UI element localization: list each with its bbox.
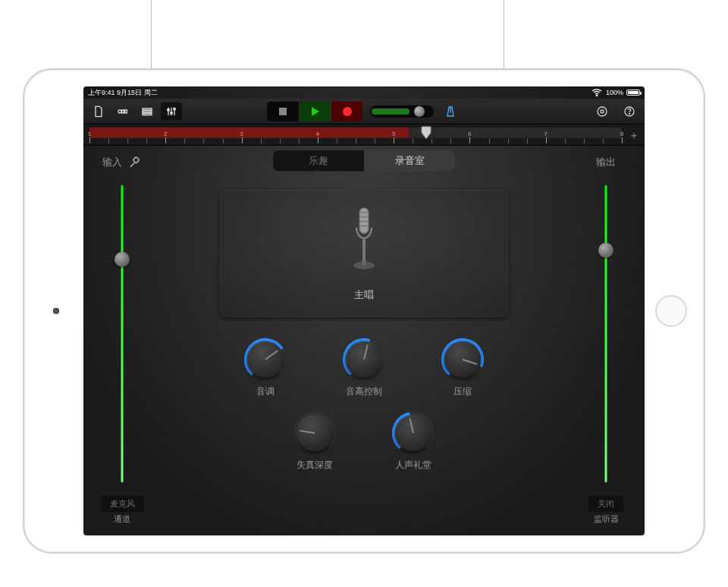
transport-controls	[267, 102, 461, 121]
main-panel: 输入 麦克风 通道 输出	[83, 146, 645, 535]
ruler-tick	[89, 137, 90, 143]
ruler-minor-tick	[261, 139, 262, 143]
master-volume-thumb[interactable]	[414, 106, 425, 117]
ruler-bar-number: 7	[544, 130, 547, 137]
status-bar: 上午9:41 9月15日 周二 100%	[83, 86, 645, 99]
input-level-track	[121, 185, 124, 482]
input-plug-icon[interactable]	[128, 155, 142, 169]
ruler-tick	[622, 137, 623, 143]
svg-rect-15	[359, 208, 369, 234]
ruler-tick	[546, 137, 547, 143]
help-button[interactable]	[619, 102, 640, 121]
output-level-thumb[interactable]	[598, 243, 613, 258]
knob-compress[interactable]: 压缩	[413, 338, 512, 398]
output-level-track	[605, 185, 607, 482]
ruler-minor-tick	[146, 139, 147, 143]
ruler-minor-tick	[356, 139, 356, 143]
monitor-label: 监听器	[594, 513, 619, 525]
input-level-thumb[interactable]	[115, 252, 130, 267]
stop-button[interactable]	[267, 102, 299, 121]
svg-point-11	[598, 107, 607, 116]
ruler-minor-tick	[280, 139, 281, 143]
mode-tab-0[interactable]: 乐趣	[273, 150, 364, 171]
svg-point-13	[629, 113, 629, 114]
output-level-slider[interactable]	[601, 185, 611, 482]
ruler-minor-tick	[299, 139, 300, 143]
play-button[interactable]	[299, 102, 331, 121]
app-screen: 上午9:41 9月15日 周二 100%	[83, 86, 645, 535]
status-time: 上午9:41 9月15日 周二	[88, 88, 158, 98]
ruler-ticks: 12345678	[89, 137, 622, 143]
ipad-camera	[53, 308, 59, 314]
channel-label: 通道	[114, 513, 130, 525]
view-toggle-button[interactable]	[112, 102, 133, 121]
ruler-minor-tick	[413, 139, 413, 143]
svg-rect-14	[133, 157, 139, 163]
ruler-minor-tick	[108, 139, 109, 143]
fx-button[interactable]	[161, 102, 182, 121]
knob-pitch[interactable]: 音高控制	[315, 338, 413, 398]
input-column: 输入 麦克风 通道	[88, 155, 156, 525]
browser-button[interactable]	[136, 102, 158, 121]
svg-point-8	[171, 111, 173, 114]
master-volume-slider[interactable]	[370, 105, 434, 118]
toolbar	[83, 99, 645, 124]
master-volume-fill	[372, 108, 410, 115]
preset-card[interactable]: 主唱	[220, 190, 508, 317]
monitor-off-chip[interactable]: 关闭	[588, 496, 623, 512]
knob-vocal-hall[interactable]: 人声礼堂	[364, 412, 463, 472]
timeline-ruler[interactable]: 12345678 ＋	[83, 124, 645, 146]
add-track-button[interactable]: ＋	[628, 129, 640, 141]
input-label: 输入	[102, 155, 122, 169]
ipad-frame: 上午9:41 9月15日 周二 100%	[23, 68, 705, 554]
ruler-bar-number: 6	[468, 130, 471, 137]
svg-rect-5	[143, 111, 152, 112]
ruler-minor-tick	[184, 139, 185, 143]
svg-rect-6	[143, 113, 152, 115]
knob-tone[interactable]: 音调	[216, 338, 315, 398]
ruler-minor-tick	[527, 139, 528, 143]
knob-drive[interactable]: 失真深度	[265, 412, 364, 472]
ruler-bar-number: 5	[392, 130, 395, 137]
ruler-minor-tick	[375, 139, 375, 143]
knob-label: 音调	[256, 385, 275, 398]
ruler-minor-tick	[337, 139, 337, 143]
ipad-home-button[interactable]	[655, 295, 687, 327]
preset-name: 主唱	[354, 288, 374, 302]
playhead[interactable]	[421, 126, 431, 140]
ruler-bar-number: 1	[88, 130, 91, 137]
knob-grid: 音调音高控制压缩失真深度人声礼堂	[216, 338, 512, 472]
ruler-bar-number: 8	[620, 130, 623, 137]
knob-label: 人声礼堂	[395, 459, 431, 472]
ruler-minor-tick	[603, 139, 604, 143]
mic-chip[interactable]: 麦克风	[101, 496, 144, 512]
svg-rect-4	[143, 108, 152, 110]
settings-button[interactable]	[592, 102, 613, 121]
ruler-minor-tick	[508, 139, 509, 143]
mode-tab-1[interactable]: 录音室	[364, 150, 455, 171]
ruler-bar-number: 4	[316, 130, 319, 137]
svg-point-0	[596, 95, 597, 96]
svg-point-7	[168, 108, 170, 111]
center-panel: 乐趣录音室	[167, 150, 561, 528]
ruler-tick	[318, 137, 318, 143]
metronome-button[interactable]	[440, 102, 461, 121]
battery-pct: 100%	[606, 89, 623, 96]
my-songs-button[interactable]	[88, 102, 109, 121]
ruler-minor-tick	[223, 139, 224, 143]
output-column: 输出 关闭 监听器	[572, 155, 640, 525]
ruler-tick	[394, 137, 394, 143]
knob-label: 压缩	[453, 385, 472, 398]
ruler-minor-tick	[431, 139, 432, 143]
record-button[interactable]	[331, 102, 362, 121]
svg-point-1	[118, 110, 121, 113]
ruler-tick	[242, 137, 243, 143]
ruler-minor-tick	[565, 139, 566, 143]
knob-label: 音高控制	[346, 385, 382, 398]
ruler-tick	[165, 137, 166, 143]
ruler-minor-tick	[584, 139, 585, 143]
battery-icon	[626, 89, 640, 96]
mode-segmented: 乐趣录音室	[273, 150, 455, 171]
svg-point-9	[174, 108, 176, 110]
input-level-slider[interactable]	[117, 185, 127, 482]
